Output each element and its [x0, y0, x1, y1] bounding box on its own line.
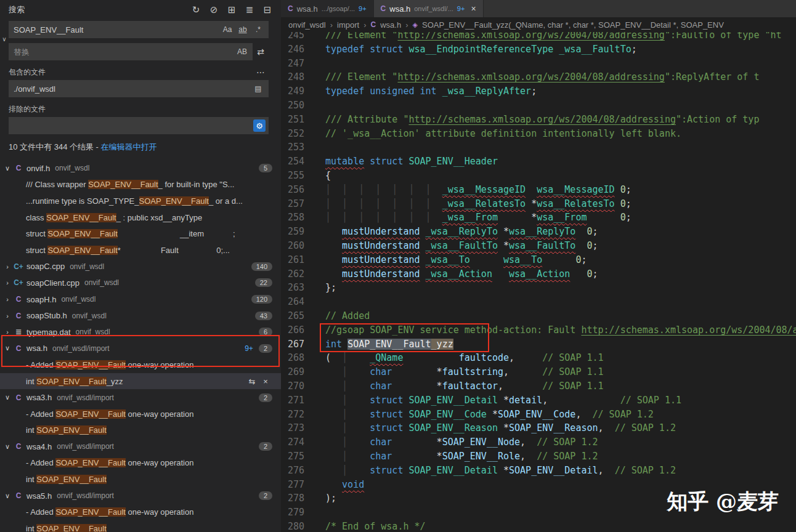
code-line-263[interactable]: 263};	[281, 281, 796, 295]
match-case-toggle[interactable]: Aa	[221, 23, 234, 36]
chevron-icon[interactable]: ›	[2, 296, 12, 303]
line-number[interactable]: 246	[281, 42, 314, 57]
code-line-274[interactable]: 274 │ char *SOAP_ENV__Node, // SOAP 1.2	[281, 435, 796, 449]
line-number[interactable]: 252	[281, 127, 314, 141]
code-line-254[interactable]: 254mutable struct SOAP_ENV__Header	[281, 155, 796, 169]
line-number[interactable]: 269	[281, 365, 314, 379]
line-number[interactable]: 263	[281, 281, 314, 295]
line-number[interactable]: 275	[281, 449, 314, 464]
code-line-260[interactable]: 260 mustUnderstand _wsa__FaultTo *wsa__F…	[281, 239, 796, 253]
line-number[interactable]: 267	[281, 337, 314, 352]
chevron-icon[interactable]: ›	[2, 263, 12, 270]
tab-wsa-h-onvif-active[interactable]: C wsa.h onvif_wsdl/... 9+ ×	[374, 0, 484, 17]
code-line-255[interactable]: 255{	[281, 169, 796, 183]
code-line-247[interactable]: 247	[281, 57, 796, 71]
line-number[interactable]: 254	[281, 155, 314, 169]
line-number[interactable]: 248	[281, 70, 314, 84]
code-line-270[interactable]: 270 │ char *faultactor, // SOAP 1.1	[281, 379, 796, 393]
code-line-252[interactable]: 252// '_wsa__Action' attribute definitio…	[281, 127, 796, 141]
whole-word-toggle[interactable]: ab	[236, 23, 250, 36]
tree-file-onvif.h[interactable]: ∨Convif.honvif_wsdl5	[0, 160, 281, 177]
replace-all-icon[interactable]: ⇄	[253, 44, 269, 60]
new-search-editor-icon[interactable]: ⊞	[224, 3, 239, 17]
tree-file-typemap.dat[interactable]: ›≣typemap.datonvif_wsdl6	[0, 324, 281, 341]
collapse-all-icon[interactable]: ⊟	[260, 3, 275, 17]
tree-file-wsa.h[interactable]: ∨Cwsa.honvif_wsdl/import9+2	[0, 341, 281, 357]
line-number[interactable]: 278	[281, 491, 314, 506]
line-number[interactable]: 270	[281, 379, 314, 393]
code-line-261[interactable]: 261 mustUnderstand _wsa__To wsa__To 0;	[281, 253, 796, 267]
line-number[interactable]: 255	[281, 169, 314, 183]
tree-file-wsa5.h[interactable]: ∨Cwsa5.honvif_wsdl/import2	[0, 488, 281, 504]
tree-match-row[interactable]: - Added SOAP_ENV__Fault one-way operatio…	[0, 357, 281, 373]
line-number[interactable]: 276	[281, 464, 314, 478]
tree-match-row[interactable]: int SOAP_ENV__Fault	[0, 422, 281, 439]
chevron-icon[interactable]: ›	[2, 279, 12, 286]
chevron-icon[interactable]: ∨	[2, 443, 12, 451]
breadcrumb-item-file[interactable]: wsa.h	[380, 20, 401, 30]
code-line-246[interactable]: 246typedef struct wsa__EndpointReference…	[281, 42, 796, 57]
line-number[interactable]: 280	[281, 520, 314, 532]
tree-match-row[interactable]: int SOAP_ENV__Fault	[0, 520, 281, 532]
code-line-269[interactable]: 269 │ char *faultstring, // SOAP 1.1	[281, 365, 796, 379]
clear-results-icon[interactable]: ⊘	[206, 3, 221, 17]
tree-match-row[interactable]: struct SOAP_ENV__Fault* Fault 0;...	[0, 242, 281, 259]
line-number[interactable]: 253	[281, 140, 314, 155]
tree-file-soapH.h[interactable]: ›CsoapH.honvif_wsdl120	[0, 291, 281, 308]
replace-input[interactable]	[9, 43, 253, 60]
line-number[interactable]: 264	[281, 295, 314, 309]
line-number[interactable]: 258	[281, 211, 314, 225]
tab-wsa-h-gsoap[interactable]: C wsa.h .../gsoap/... 9+	[281, 0, 374, 17]
line-number[interactable]: 260	[281, 239, 314, 253]
open-in-editor-link[interactable]: 在编辑器中打开	[101, 142, 157, 151]
tab-close-icon[interactable]: ×	[471, 4, 476, 14]
code-line-248[interactable]: 248/// Element "http://schemas.xmlsoap.o…	[281, 70, 796, 84]
code-line-267[interactable]: 267int SOAP_ENV__Fault_yzz	[281, 337, 796, 352]
tree-match-row[interactable]: - Added SOAP_ENV__Fault one-way operatio…	[0, 504, 281, 520]
chevron-icon[interactable]: ∨	[2, 164, 12, 172]
code-line-249[interactable]: 249typedef unsigned int _wsa__ReplyAfter…	[281, 84, 796, 99]
tree-file-soapStub.h[interactable]: ›CsoapStub.honvif_wsdl43	[0, 307, 281, 324]
line-number[interactable]: 261	[281, 253, 314, 267]
breadcrumb-item-folder[interactable]: import	[337, 20, 359, 30]
line-number[interactable]: 272	[281, 408, 314, 422]
chevron-icon[interactable]: ›	[2, 312, 12, 320]
line-number[interactable]: 273	[281, 421, 314, 435]
dismiss-icon[interactable]: ×	[259, 377, 272, 386]
tree-match-row[interactable]: struct SOAP_ENV__Fault __item ;	[0, 225, 281, 242]
tree-match-row[interactable]: /// Class wrapper SOAP_ENV__Fault_ for b…	[0, 177, 281, 193]
chevron-icon[interactable]: ›	[2, 328, 12, 336]
code-line-257[interactable]: 257│ │ │ │ │ │ │ _wsa__RelatesTo *wsa__R…	[281, 197, 796, 211]
code-line-251[interactable]: 251/// Attribute "http://schemas.xmlsoap…	[281, 113, 796, 127]
code-line-273[interactable]: 273 │ struct SOAP_ENV__Reason *SOAP_ENV_…	[281, 421, 796, 435]
code-line-276[interactable]: 276 │ struct SOAP_ENV__Detail *SOAP_ENV_…	[281, 464, 796, 478]
code-line-280[interactable]: 280/* End of wsa.h */	[281, 520, 796, 532]
line-number[interactable]: 279	[281, 506, 314, 520]
line-number[interactable]: 257	[281, 197, 314, 211]
line-number[interactable]: 266	[281, 323, 314, 337]
line-number[interactable]: 271	[281, 393, 314, 408]
code-line-265[interactable]: 265// Added	[281, 309, 796, 323]
code-line-262[interactable]: 262 mustUnderstand _wsa__Action wsa__Act…	[281, 267, 796, 281]
code-line-264[interactable]: 264	[281, 295, 796, 309]
tree-match-row[interactable]: - Added SOAP_ENV__Fault one-way operatio…	[0, 406, 281, 422]
code-line-272[interactable]: 272 │ struct SOAP_ENV__Code *SOAP_ENV__C…	[281, 408, 796, 422]
tree-file-soapClient.cpp[interactable]: ›C+soapClient.cpponvif_wsdl22	[0, 275, 281, 291]
code-line-268[interactable]: 268( │ _QName faultcode, // SOAP 1.1	[281, 351, 796, 365]
include-input[interactable]	[9, 80, 269, 97]
code-line-275[interactable]: 275 │ char *SOAP_ENV__Role, // SOAP 1.2	[281, 449, 796, 464]
tree-match-row[interactable]: int SOAP_ENV__Fault_yzz⇆×	[0, 373, 281, 390]
line-number[interactable]: 256	[281, 183, 314, 197]
code-line-271[interactable]: 271 │ struct SOAP_ENV__Detail *detail, /…	[281, 393, 796, 408]
chevron-icon[interactable]: ∨	[2, 393, 12, 401]
line-number[interactable]: 249	[281, 84, 314, 99]
code-line-256[interactable]: 256│ │ │ │ │ │ │ _wsa__MessageID wsa__Me…	[281, 183, 796, 197]
regex-toggle[interactable]: .*	[251, 23, 265, 36]
line-number[interactable]: 250	[281, 99, 314, 113]
refresh-icon[interactable]: ↻	[189, 3, 203, 17]
code-line-259[interactable]: 259 mustUnderstand _wsa__ReplyTo *wsa__R…	[281, 225, 796, 239]
toggle-details-icon[interactable]: ⋯	[253, 64, 269, 80]
code-line-253[interactable]: 253	[281, 140, 796, 155]
tree-match-row[interactable]: class SOAP_ENV__Fault_ : public xsd__any…	[0, 209, 281, 226]
view-as-tree-icon[interactable]: ≣	[242, 3, 257, 17]
